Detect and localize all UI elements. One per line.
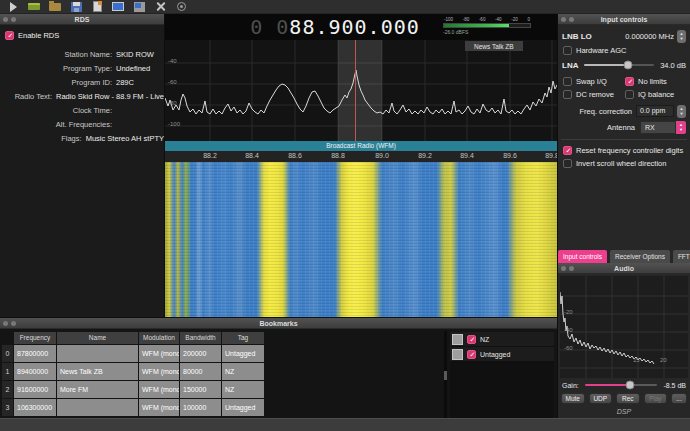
gain-slider[interactable] (585, 384, 658, 386)
dc-remove-checkbox[interactable] (563, 90, 572, 99)
cell-bandwidth[interactable]: 80000 (180, 363, 221, 380)
hardware-agc-checkbox[interactable] (563, 46, 572, 55)
iq-balance-checkbox[interactable] (625, 90, 634, 99)
cell-modulation[interactable]: WFM (mono) (139, 399, 179, 416)
mute-button[interactable]: Mute (561, 393, 585, 404)
cell-name[interactable]: More FM (57, 381, 138, 398)
enable-rds-checkbox[interactable] (5, 31, 14, 40)
reset-digits-checkbox[interactable] (563, 146, 572, 155)
frequency-digits[interactable]: 0 088.900.000 (195, 15, 475, 39)
play-icon[interactable] (7, 1, 19, 12)
lna-slider-knob[interactable] (623, 61, 632, 70)
spinner-down-icon[interactable]: ▼ (680, 111, 684, 116)
rds-field-value: SKID ROW (116, 50, 154, 59)
panel-collapse-icon[interactable] (569, 17, 574, 22)
row-index[interactable]: 3 (2, 399, 13, 416)
tag-color-swatch[interactable] (452, 334, 463, 345)
splitter-handle[interactable] (444, 331, 447, 418)
tag-checkbox[interactable] (467, 335, 476, 344)
panel-close-icon[interactable] (3, 17, 8, 22)
cell-bandwidth[interactable]: 200000 (180, 345, 221, 362)
open-folder-icon[interactable] (49, 1, 61, 12)
panel-collapse-icon[interactable] (569, 266, 574, 271)
gain-slider-knob[interactable] (625, 381, 634, 390)
tuning-line[interactable] (355, 40, 356, 141)
tag-color-swatch[interactable] (452, 349, 463, 360)
panel-close-icon[interactable] (3, 321, 8, 326)
cell-bandwidth[interactable]: 150000 (180, 381, 221, 398)
panel-close-icon[interactable] (561, 266, 566, 271)
cell-name[interactable] (57, 399, 138, 416)
tag-checkbox[interactable] (467, 350, 476, 359)
freq-correction-value[interactable]: 0.0 ppm (636, 105, 674, 117)
display-icon[interactable] (112, 1, 124, 12)
cell-tag[interactable]: Untagged (222, 399, 264, 416)
spectrum-plot[interactable]: -40 -60 -80 -100 News Talk ZB (165, 40, 557, 141)
panel-close-icon[interactable] (561, 17, 566, 22)
antenna-dropdown[interactable]: RX ▲▼ (640, 121, 686, 134)
freq-correction-stepper[interactable]: ▲▼ (677, 105, 686, 118)
cell-tag[interactable]: NZ (222, 381, 264, 398)
freq-tick: 88.2 (203, 152, 217, 159)
cell-frequency[interactable]: 91600000 (14, 381, 56, 398)
row-index[interactable]: 1 (2, 363, 13, 380)
invert-scroll-label: Invert scroll wheel direction (576, 159, 666, 168)
invert-scroll-checkbox[interactable] (563, 159, 572, 168)
tag-filter-row[interactable]: NZ (450, 332, 554, 346)
cell-frequency[interactable]: 89400000 (14, 363, 56, 380)
band-plan-bar[interactable]: Broadcast Radio (WFM) (165, 141, 557, 151)
waterfall-display[interactable] (165, 162, 557, 317)
tools-icon[interactable] (154, 1, 166, 12)
cell-bandwidth[interactable]: 100000 (180, 399, 221, 416)
col-header-tag[interactable]: Tag (222, 332, 264, 344)
tab-fft-settings[interactable]: FFT Settings (673, 250, 690, 263)
spinner-down-icon[interactable]: ▼ (680, 36, 684, 41)
cell-frequency[interactable]: 106300000 (14, 399, 56, 416)
channel-selection-band[interactable] (338, 40, 382, 141)
more-button[interactable]: ... (671, 393, 687, 404)
cell-tag[interactable]: Untagged (222, 345, 264, 362)
enable-rds-label: Enable RDS (18, 31, 59, 40)
swap-iq-checkbox[interactable] (563, 77, 572, 86)
rec-button[interactable]: Rec (616, 393, 640, 404)
crosshair-icon[interactable] (175, 1, 187, 12)
cell-modulation[interactable]: WFM (mono) (139, 363, 179, 380)
udp-button[interactable]: UDP (589, 393, 613, 404)
reset-digits-label: Reset frequency controller digits (576, 146, 683, 155)
input-controls-title: Input controls (601, 16, 648, 23)
rds-field-label: Flags: (0, 134, 82, 143)
rds-field-row: Program ID: 289C (0, 75, 164, 89)
cell-modulation[interactable]: WFM (mono) (139, 381, 179, 398)
clipboard-icon[interactable] (91, 1, 103, 12)
tag-filter-row[interactable]: Untagged (450, 347, 554, 361)
row-index[interactable]: 0 (2, 345, 13, 362)
no-limits-checkbox[interactable] (625, 77, 634, 86)
lna-slider[interactable] (584, 64, 654, 66)
col-header-name[interactable]: Name (57, 332, 138, 344)
panel-collapse-icon[interactable] (11, 17, 16, 22)
hardware-agc-label: Hardware AGC (576, 46, 626, 55)
tab-receiver-options[interactable]: Receiver Options (610, 250, 670, 263)
tab-input-controls[interactable]: Input controls (558, 250, 607, 263)
frequency-scale[interactable]: 88.2 88.4 88.6 88.8 89.0 89.2 89.4 89.6 … (165, 151, 557, 162)
cell-name[interactable]: News Talk ZB (57, 363, 138, 380)
lnb-lo-value[interactable]: 0.000000 MHz (625, 32, 674, 41)
col-header-frequency[interactable]: Frequency (14, 332, 56, 344)
panel-collapse-icon[interactable] (11, 321, 16, 326)
computer-icon[interactable] (133, 1, 145, 12)
col-header-modulation[interactable]: Modulation (139, 332, 179, 344)
bookmark-marker-label[interactable]: News Talk ZB (465, 41, 523, 51)
cell-frequency[interactable]: 87800000 (14, 345, 56, 362)
device-icon[interactable] (28, 1, 40, 12)
save-icon[interactable] (70, 1, 82, 12)
audio-spectrum-plot[interactable]: -20 -40 -60 15 20 (560, 276, 688, 378)
play-button[interactable]: Play (644, 393, 668, 404)
cell-tag[interactable]: NZ (222, 363, 264, 380)
row-index[interactable]: 2 (2, 381, 13, 398)
cell-name[interactable] (57, 345, 138, 362)
dropdown-arrows-icon[interactable]: ▲▼ (676, 121, 686, 134)
spectrum-db-label: -40 (168, 58, 177, 64)
col-header-bandwidth[interactable]: Bandwidth (180, 332, 221, 344)
lnb-lo-stepper[interactable]: ▲▼ (677, 30, 686, 43)
cell-modulation[interactable]: WFM (mono) (139, 345, 179, 362)
